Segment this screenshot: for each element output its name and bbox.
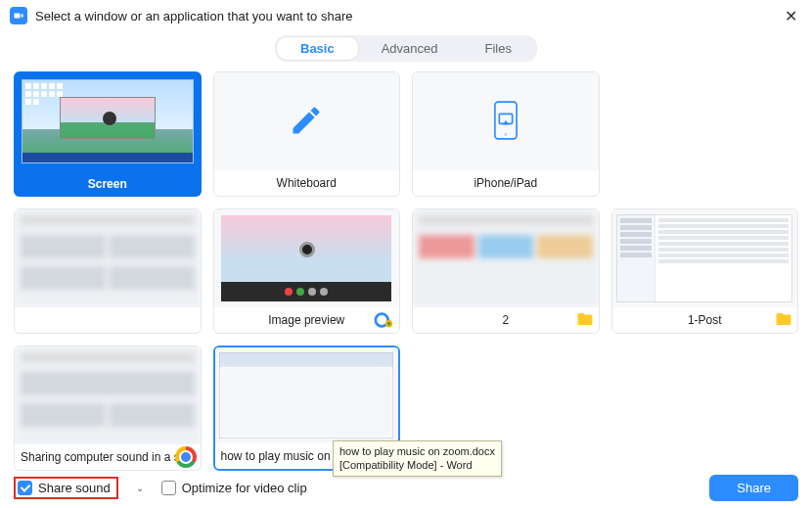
share-button[interactable]: Share	[709, 475, 798, 501]
tile-app-1[interactable]	[14, 208, 202, 334]
tile-label: 1-Post	[612, 307, 798, 333]
tile-label: iPhone/iPad	[413, 170, 599, 196]
tile-iphone-ipad[interactable]: iPhone/iPad	[412, 71, 600, 197]
svg-point-5	[387, 322, 391, 326]
pencil-icon	[289, 103, 324, 141]
share-sound-dropdown-icon[interactable]: ⌄	[132, 483, 148, 493]
optimize-video-checkbox[interactable]	[161, 481, 176, 495]
folder-icon	[774, 310, 793, 331]
word-thumbnail	[219, 352, 393, 439]
airplay-device-icon	[492, 101, 519, 143]
tile-label	[15, 307, 201, 333]
tile-label: Screen	[14, 171, 202, 197]
obs-thumbnail	[221, 215, 391, 301]
share-sound-checkbox[interactable]	[18, 481, 32, 495]
svg-point-1	[504, 132, 507, 135]
tile-label: Whiteboard	[214, 170, 400, 196]
chrome-icon	[175, 446, 197, 468]
share-sound-label: Share sound	[38, 481, 111, 495]
dialog-title: Select a window or an application that y…	[35, 9, 779, 23]
tencent-meeting-icon	[374, 309, 395, 331]
share-sound-highlight: Share sound	[14, 477, 118, 499]
tile-1-post[interactable]: 1-Post	[611, 208, 799, 334]
close-icon[interactable]: ✕	[779, 7, 802, 25]
optimize-video-label: Optimize for video clip	[182, 481, 307, 495]
tile-app-2[interactable]: 2	[412, 208, 600, 334]
folder-icon	[575, 310, 595, 331]
tab-bar: Basic Advanced Files	[0, 35, 812, 62]
tile-chrome-app[interactable]: Sharing computer sound in a scr...	[14, 346, 202, 471]
tile-label: 2	[413, 307, 599, 333]
share-grid: Screen Whiteboard iPhone/iPad I	[0, 71, 812, 471]
blurred-thumbnail	[15, 346, 201, 444]
desktop-thumbnail	[22, 79, 194, 163]
zoom-app-icon	[10, 7, 27, 24]
tab-advanced[interactable]: Advanced	[358, 37, 462, 60]
blurred-thumbnail	[413, 209, 599, 307]
tile-screen[interactable]: Screen	[14, 71, 202, 197]
tab-basic[interactable]: Basic	[277, 37, 358, 60]
blurred-thumbnail	[15, 209, 201, 307]
tile-whiteboard[interactable]: Whiteboard	[213, 71, 401, 197]
tile-label: Image preview	[214, 307, 400, 333]
tile-image-preview[interactable]: Image preview	[213, 208, 401, 334]
tab-files[interactable]: Files	[462, 37, 535, 60]
explorer-thumbnail	[616, 214, 792, 302]
hover-tooltip: how to play music on zoom.docx [Compatib…	[333, 440, 502, 477]
